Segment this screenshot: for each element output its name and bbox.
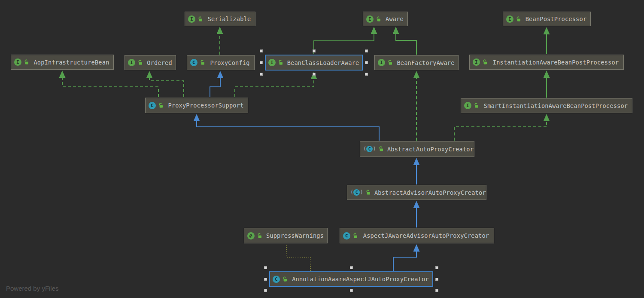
selection-handle[interactable]	[435, 266, 438, 269]
edge-extends-bean_factory_aware-to-aware	[396, 28, 416, 55]
class-icon: C	[190, 59, 197, 66]
node-annotation-aware-aspectj-auto-proxy-creator[interactable]: CAnnotationAwareAspectJAutoProxyCreator	[269, 271, 433, 287]
interface-icon: I	[128, 59, 135, 66]
public-lock-icon	[158, 103, 164, 108]
node-icons: (C)	[350, 189, 371, 196]
paren: (	[363, 145, 366, 153]
edge-uses-annotation-annotation_aware_aspectj_auto_proxy_creator-to-suppress_warnings	[286, 244, 310, 271]
edge-implements-proxy_processor_support-to-ordered	[149, 72, 184, 97]
public-lock-icon	[365, 190, 371, 195]
node-bean-factory-aware[interactable]: IBeanFactoryAware	[374, 55, 459, 70]
annotation-icon: @	[247, 232, 255, 240]
selection-handle[interactable]	[435, 289, 438, 292]
public-lock-icon	[352, 233, 358, 239]
node-abstract-auto-proxy-creator[interactable]: (C)AbstractAutoProxyCreator	[360, 141, 474, 157]
node-icons: C	[343, 232, 358, 240]
class-name-label: BeanFactoryAware	[396, 59, 455, 66]
edge-layer	[0, 0, 644, 298]
class-name-label: BeanClassLoaderAware	[287, 59, 359, 66]
public-lock-icon	[387, 60, 393, 65]
class-icon: C	[273, 276, 280, 283]
node-serializable[interactable]: ISerializable	[185, 12, 255, 26]
public-lock-icon	[282, 276, 288, 282]
node-icons: I	[506, 15, 521, 23]
class-name-label: InstantiationAwareBeanPostProcessor	[491, 59, 620, 66]
abstract-class-icon: (C)	[363, 145, 376, 153]
node-icons: I	[188, 15, 203, 23]
class-name-label: ProxyProcessorSupport	[167, 102, 245, 109]
node-ordered[interactable]: IOrdered	[125, 55, 176, 70]
selection-handle[interactable]	[264, 289, 267, 292]
selection-handle[interactable]	[264, 266, 267, 269]
class-name-label: AbstractAutoProxyCreator	[387, 146, 474, 153]
interface-icon: I	[14, 58, 21, 66]
class-name-label: AopInfrastructureBean	[33, 59, 110, 66]
node-smart-instantiation-aware-bean-post-processor[interactable]: ISmartInstantiationAwareBeanPostProcesso…	[461, 98, 632, 113]
node-bean-class-loader-aware[interactable]: IBeanClassLoaderAware	[265, 55, 363, 71]
class-name-label: AspectJAwareAdvisorAutoProxyCreator	[361, 232, 491, 239]
node-icons: I	[14, 58, 29, 66]
public-lock-icon	[137, 60, 143, 65]
interface-icon: I	[188, 15, 195, 23]
class-icon: C	[343, 232, 350, 240]
node-proxy-processor-support[interactable]: CProxyProcessorSupport	[145, 98, 248, 113]
node-icons: C	[273, 276, 288, 283]
public-lock-icon	[376, 16, 381, 22]
class-name-label: ProxyConfig	[209, 59, 251, 66]
selection-handle[interactable]	[260, 49, 263, 52]
interface-icon: I	[268, 59, 276, 66]
edge-implements-abstract_auto_proxy_creator-to-smart_instantiation_aware_bean_post_processor	[454, 115, 547, 141]
interface-icon: I	[464, 102, 471, 109]
public-lock-icon	[278, 60, 283, 65]
class-name-label: Serializable	[207, 15, 252, 22]
abstract-class-icon: C	[353, 189, 360, 196]
node-icons: I	[464, 102, 479, 109]
node-icons: C	[149, 102, 164, 109]
class-name-label: AbstractAdvisorAutoProxyCreator	[374, 189, 486, 196]
public-lock-icon	[378, 146, 384, 152]
selection-handle[interactable]	[350, 289, 353, 292]
edge-implements-proxy_processor_support-to-bean_class_loader_aware	[235, 73, 314, 97]
class-name-label: Aware	[385, 15, 404, 22]
class-name-label: AnnotationAwareAspectJAutoProxyCreator	[291, 276, 430, 283]
yfiles-attribution: Powered by yFiles	[6, 285, 59, 292]
node-bean-post-processor[interactable]: IBeanPostProcessor	[503, 12, 591, 26]
selection-handle[interactable]	[264, 278, 267, 281]
node-suppress-warnings[interactable]: @SuppressWarnings	[244, 228, 328, 243]
selection-handle[interactable]	[365, 61, 368, 64]
interface-icon: I	[366, 15, 374, 23]
public-lock-icon	[24, 59, 29, 65]
class-name-label: Ordered	[146, 59, 173, 66]
selection-handle[interactable]	[260, 73, 263, 76]
edge-extends-proxy_processor_support-to-proxy_config	[210, 72, 220, 97]
paren: (	[350, 189, 353, 196]
public-lock-icon	[197, 16, 203, 22]
selection-handle[interactable]	[365, 49, 368, 52]
selection-handle[interactable]	[350, 266, 353, 269]
interface-icon: I	[378, 59, 385, 66]
selection-handle[interactable]	[313, 49, 316, 52]
diagram-canvas[interactable]: Powered by yFiles ISerializableIAwareIBe…	[0, 0, 644, 298]
selection-handle[interactable]	[260, 61, 263, 64]
node-instantiation-aware-bean-post-processor[interactable]: IInstantiationAwareBeanPostProcessor	[469, 55, 624, 70]
selection-handle[interactable]	[365, 73, 368, 76]
node-icons: I	[268, 59, 283, 66]
public-lock-icon	[474, 103, 479, 108]
node-aware[interactable]: IAware	[363, 12, 408, 26]
node-proxy-config[interactable]: CProxyConfig	[187, 55, 255, 70]
public-lock-icon	[257, 233, 262, 239]
class-name-label: SuppressWarnings	[266, 232, 324, 239]
interface-icon: I	[473, 58, 480, 66]
abstract-class-icon: C	[366, 146, 373, 152]
node-abstract-advisor-auto-proxy-creator[interactable]: (C)AbstractAdvisorAutoProxyCreator	[347, 185, 486, 200]
paren: )	[360, 189, 363, 196]
selection-handle[interactable]	[435, 278, 438, 281]
selection-handle[interactable]	[313, 73, 316, 76]
class-icon: C	[149, 102, 156, 109]
node-aspectj-aware-advisor-auto-proxy-creator[interactable]: CAspectJAwareAdvisorAutoProxyCreator	[340, 228, 494, 243]
node-icons: (C)	[363, 145, 384, 153]
node-aop-infrastructure-bean[interactable]: IAopInfrastructureBean	[11, 55, 114, 70]
node-icons: @	[247, 232, 262, 240]
interface-icon: I	[506, 15, 513, 23]
class-name-label: SmartInstantiationAwareBeanPostProcessor	[483, 102, 629, 109]
